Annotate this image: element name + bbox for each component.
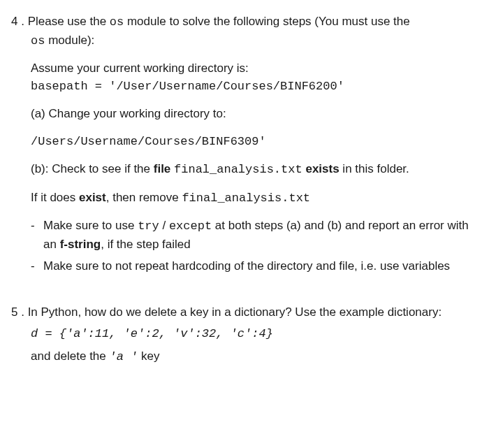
q5-delete-post: key bbox=[138, 349, 159, 363]
q4-ifexist-bold: exist bbox=[79, 191, 106, 204]
q4-b1-post: , if the step failed bbox=[101, 238, 191, 251]
q5-number: 5 . bbox=[11, 305, 24, 319]
q4-intro-line2: os module): bbox=[31, 31, 475, 50]
q4-bullet-1-body: Make sure to use try / except at both st… bbox=[43, 217, 475, 253]
q4-b1-pre: Make sure to use bbox=[43, 219, 138, 232]
q4-part-a-path: /Users/Username/Courses/BINF6309' bbox=[31, 133, 475, 151]
q4-bullet-2: - Make sure to not repeat hardcoding of … bbox=[31, 257, 475, 275]
q4-assume: Assume your current working directory is… bbox=[31, 59, 475, 95]
q5-delete-key: 'a ' bbox=[109, 350, 138, 363]
q4-b1-try: try bbox=[138, 219, 159, 233]
q4-basepath-code: basepath = '/User/Username/Courses/BINF6… bbox=[31, 78, 475, 96]
q5-intro-line: 5 . In Python, how do we delete a key in… bbox=[11, 303, 475, 321]
q4-intro-line: 4 . Please use the os module to solve th… bbox=[11, 13, 475, 31]
q5-intro: In Python, how do we delete a key in a d… bbox=[24, 305, 441, 319]
q4-number: 4 . bbox=[11, 15, 24, 28]
q5-delete-line: and delete the 'a ' key bbox=[31, 347, 475, 366]
q4-intro-post: module): bbox=[45, 34, 94, 47]
q4-part-a-label: (a) Change your working directory to: bbox=[31, 105, 475, 123]
bullet-dash-icon: - bbox=[31, 217, 43, 253]
q4-bullets: - Make sure to use try / except at both … bbox=[31, 217, 475, 275]
q4-bullet-2-body: Make sure to not repeat hardcoding of th… bbox=[43, 257, 475, 275]
bullet-dash-icon: - bbox=[31, 257, 43, 275]
q4-ifexist-pre: If it does bbox=[31, 191, 79, 204]
q4-part-b-pre: (b): Check to see if the bbox=[31, 162, 154, 175]
q4-intro-mid: module to solve the following steps (You… bbox=[124, 15, 410, 28]
q4-intro-pre: Please use the bbox=[24, 15, 110, 28]
q4-part-b-exists: exists bbox=[305, 162, 339, 175]
q4-b1-fstring: f-string bbox=[60, 238, 101, 251]
q4-os-code-2: os bbox=[31, 34, 45, 48]
q5-dict-code: d = {'a':11, 'e':2, 'v':32, 'c':4} bbox=[31, 325, 475, 343]
q4-part-b-filename: final_analysis.txt bbox=[174, 163, 302, 176]
q4-if-exist: If it does exist, then remove final_anal… bbox=[31, 189, 475, 208]
question-5: 5 . In Python, how do we delete a key in… bbox=[11, 303, 475, 366]
q4-ifexist-file: final_analysis.txt bbox=[182, 192, 310, 205]
q4-part-b-post: in this folder. bbox=[340, 162, 409, 175]
q4-part-b: (b): Check to see if the file final_anal… bbox=[31, 160, 475, 179]
q4-bullet-1: - Make sure to use try / except at both … bbox=[31, 217, 475, 253]
q4-part-b-file-word: file bbox=[154, 162, 171, 175]
q4-os-code-1: os bbox=[110, 15, 124, 29]
q4-part-a: (a) Change your working directory to: bbox=[31, 105, 475, 123]
question-4: 4 . Please use the os module to solve th… bbox=[11, 13, 475, 275]
q4-ifexist-mid: , then remove bbox=[106, 191, 182, 204]
q4-assume-label: Assume your current working directory is… bbox=[31, 59, 475, 78]
q5-delete-pre: and delete the bbox=[31, 349, 109, 363]
q4-part-a-path-block: /Users/Username/Courses/BINF6309' bbox=[31, 133, 475, 151]
q4-b1-slash: / bbox=[159, 219, 169, 232]
q4-b1-except: except bbox=[169, 219, 212, 233]
